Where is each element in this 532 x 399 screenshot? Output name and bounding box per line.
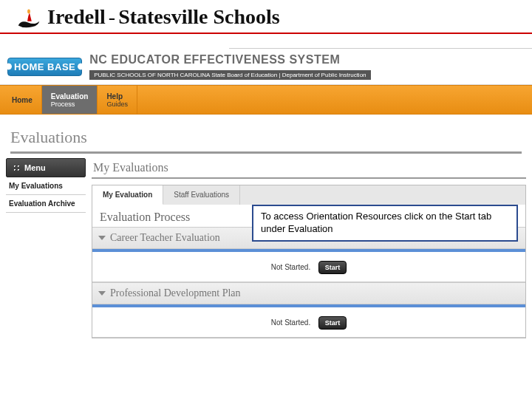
sidebar-item-my-evaluations[interactable]: My Evaluations bbox=[6, 177, 86, 195]
page-title: Evaluations bbox=[10, 128, 522, 154]
home-base-logo: HOME BASE bbox=[7, 58, 82, 76]
sidebar: Menu My Evaluations Evaluation Archive bbox=[6, 158, 86, 338]
evaluation-process-header: Evaluation Process To access Orientation… bbox=[92, 205, 525, 227]
sidebar-item-evaluation-archive[interactable]: Evaluation Archive bbox=[6, 195, 86, 213]
system-name: NC EDUCATOR EFFECTIVENESS SYSTEM bbox=[89, 53, 370, 66]
home-base-badge: HOME BASE bbox=[7, 58, 82, 76]
inner-tab-my-evaluation[interactable]: My Evaluation bbox=[92, 185, 163, 205]
evaluation-item-body: Not Started. Start bbox=[92, 307, 525, 338]
expand-triangle-icon bbox=[98, 236, 106, 240]
page-title-row: Evaluations bbox=[0, 115, 532, 158]
inner-tab-strip: My Evaluation Staff Evaluations bbox=[92, 185, 525, 205]
system-header: HOME BASE NC EDUCATOR EFFECTIVENESS SYST… bbox=[0, 49, 532, 85]
status-text: Not Started. bbox=[271, 318, 310, 327]
inner-tab-staff-evaluations[interactable]: Staff Evaluations bbox=[163, 185, 240, 205]
section-title: My Evaluations bbox=[92, 158, 526, 179]
main-tab-strip: Home Evaluation Process Help Guides bbox=[0, 85, 532, 115]
expand-triangle-icon bbox=[98, 291, 106, 296]
menu-grid-icon bbox=[13, 164, 20, 171]
main-area: My Evaluations My Evaluation Staff Evalu… bbox=[86, 158, 526, 338]
header-divider bbox=[229, 34, 532, 49]
evaluation-item-title: Career Teacher Evaluation bbox=[110, 232, 220, 244]
evaluation-item-body: Not Started. Start bbox=[92, 252, 525, 282]
tab-home[interactable]: Home bbox=[3, 86, 42, 114]
tab-help-guides[interactable]: Help Guides bbox=[98, 86, 137, 114]
school-district-name: Iredell-Statesville Schools bbox=[47, 5, 280, 29]
start-button[interactable]: Start bbox=[318, 316, 347, 330]
system-subtitle: PUBLIC SCHOOLS OF NORTH CAROLINA State B… bbox=[89, 70, 370, 80]
evaluation-process-title: Evaluation Process bbox=[100, 211, 190, 224]
evaluation-item-header[interactable]: Professional Development Plan bbox=[92, 282, 525, 304]
tab-evaluation-process[interactable]: Evaluation Process bbox=[42, 86, 98, 114]
school-district-header: Iredell-Statesville Schools bbox=[0, 0, 532, 34]
menu-button[interactable]: Menu bbox=[6, 158, 86, 177]
evaluation-item: Professional Development Plan Not Starte… bbox=[92, 282, 525, 338]
status-text: Not Started. bbox=[271, 263, 310, 271]
instruction-callout: To access Orientation Resources click on… bbox=[252, 205, 518, 242]
evaluations-panel: My Evaluation Staff Evaluations Evaluati… bbox=[92, 185, 526, 338]
start-button[interactable]: Start bbox=[318, 261, 347, 274]
evaluation-item-title: Professional Development Plan bbox=[110, 287, 241, 299]
svg-point-0 bbox=[27, 10, 30, 14]
lamp-icon bbox=[15, 3, 43, 31]
